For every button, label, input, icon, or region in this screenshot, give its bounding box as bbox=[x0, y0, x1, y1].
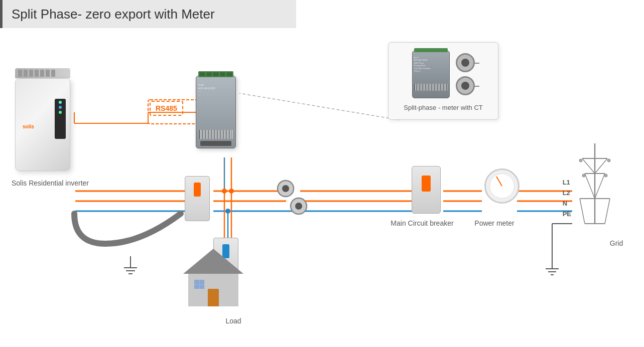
meter-device-label: AcrelAGF-AE-D/200---... bbox=[198, 83, 215, 96]
wiring-diagram-svg bbox=[0, 28, 644, 347]
inverter-screen bbox=[55, 99, 66, 139]
meter-image-box: AcrelAGF-AE-D/200Split PhaseEnergy Meter… bbox=[388, 42, 498, 120]
svg-line-53 bbox=[595, 158, 607, 173]
meter-illustration-barcode bbox=[415, 84, 447, 91]
ct-sensor-illustration-2 bbox=[456, 76, 475, 95]
svg-point-45 bbox=[222, 189, 227, 194]
svg-point-61 bbox=[582, 174, 585, 177]
inverter-fin bbox=[18, 70, 22, 77]
svg-point-60 bbox=[607, 159, 610, 162]
meter-top-green-terminals bbox=[414, 48, 448, 52]
inverter-label: Solis Residential inverter bbox=[10, 179, 90, 188]
phase-l2-label: L2 bbox=[563, 189, 571, 197]
svg-point-42 bbox=[282, 185, 289, 192]
terminal bbox=[226, 72, 232, 76]
status-dot bbox=[59, 101, 62, 104]
ct-wire bbox=[473, 63, 479, 64]
phase-pe-label: PE bbox=[563, 210, 571, 218]
house-roof bbox=[183, 249, 243, 274]
status-dot bbox=[59, 106, 62, 109]
inverter-fin bbox=[51, 70, 55, 77]
rs485-box: RS485 bbox=[150, 101, 183, 116]
rs485-label: RS485 bbox=[156, 104, 177, 112]
din-meter-device: AcrelAGF-AE-D/200---... bbox=[196, 76, 241, 156]
inverter: solis bbox=[15, 68, 75, 168]
grid-label: Grid bbox=[596, 239, 636, 248]
main-circuit-breaker-label: Main Circuit breaker bbox=[390, 219, 455, 228]
terminal bbox=[220, 72, 226, 76]
ct-wire bbox=[473, 86, 479, 87]
svg-line-55 bbox=[595, 173, 605, 199]
status-dot bbox=[59, 111, 62, 114]
terminal bbox=[213, 72, 219, 76]
svg-point-46 bbox=[229, 189, 234, 194]
house-load bbox=[183, 249, 243, 304]
meter-terminals-top bbox=[198, 71, 233, 77]
svg-point-62 bbox=[604, 174, 607, 177]
power-meter-label: Power meter bbox=[472, 219, 517, 228]
svg-line-54 bbox=[585, 173, 595, 199]
window-pane bbox=[194, 280, 199, 284]
meter-image-inner: AcrelAGF-AE-D/200Split PhaseEnergy Meter… bbox=[393, 47, 494, 102]
phase-labels: L1 L2 N PE bbox=[563, 179, 571, 218]
house-body bbox=[188, 274, 238, 306]
window-pane bbox=[194, 285, 199, 289]
window-pane bbox=[200, 285, 205, 289]
terminal bbox=[206, 72, 212, 76]
phase-n-label: N bbox=[563, 200, 571, 207]
ct-sensor-illustration-1 bbox=[456, 53, 475, 72]
house-door bbox=[208, 289, 219, 306]
meter-bottom-terminal bbox=[200, 141, 231, 146]
inverter-brand-label: solis bbox=[23, 124, 34, 129]
load-breaker bbox=[185, 176, 210, 221]
meter-image-caption: Split-phase - meter with CT bbox=[393, 104, 494, 111]
ct-illustrations bbox=[456, 53, 475, 95]
svg-line-1 bbox=[239, 93, 399, 120]
meter-device-illustration: AcrelAGF-AE-D/200Split PhaseEnergy Meter… bbox=[412, 51, 450, 98]
svg-point-47 bbox=[225, 209, 230, 214]
meter-barcode bbox=[199, 130, 232, 139]
phase-l1-label: L1 bbox=[563, 179, 571, 186]
inverter-fin bbox=[35, 70, 39, 77]
meter-inner bbox=[489, 173, 514, 199]
svg-point-44 bbox=[295, 203, 302, 210]
meter-illustration-label: AcrelAGF-AE-D/200Split PhaseEnergy Meter… bbox=[414, 56, 431, 73]
power-meter-gauge bbox=[484, 168, 520, 204]
diagram-area: solis Solis Residential inverter RS485 A… bbox=[0, 28, 644, 347]
terminal bbox=[199, 72, 205, 76]
page-title: Split Phase- zero export with Meter bbox=[12, 7, 215, 22]
inverter-fin bbox=[29, 70, 33, 77]
svg-line-52 bbox=[582, 158, 595, 173]
svg-line-56 bbox=[580, 199, 585, 224]
svg-line-57 bbox=[605, 199, 610, 224]
load-label: Load bbox=[213, 316, 253, 325]
inverter-fin bbox=[46, 70, 50, 77]
main-circuit-breaker bbox=[412, 166, 441, 214]
window-pane bbox=[200, 280, 205, 284]
title-bar: Split Phase- zero export with Meter bbox=[0, 0, 296, 28]
inverter-fin bbox=[40, 70, 44, 77]
inverter-fin bbox=[24, 70, 28, 77]
house-window bbox=[194, 280, 204, 289]
svg-point-59 bbox=[579, 159, 582, 162]
